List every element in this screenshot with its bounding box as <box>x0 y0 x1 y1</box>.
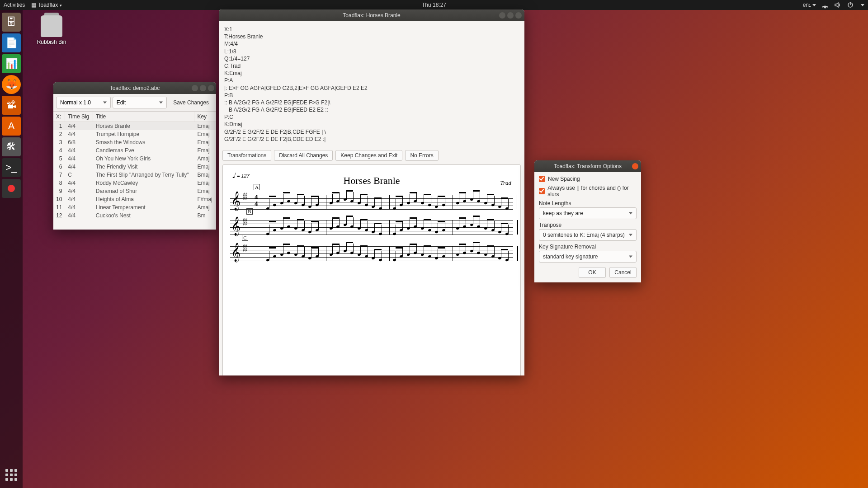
tune-editor-window: Toadflax: Horses Branle X:1 T:Horses Bra… <box>219 9 524 375</box>
trash-label: Rubbish Bin <box>33 39 70 45</box>
table-row[interactable]: 14/4Horses BranleEmaj <box>53 122 216 131</box>
mode-combo[interactable]: Edit <box>113 97 167 108</box>
calc-launcher[interactable]: 📊 <box>2 54 21 73</box>
discard-button[interactable]: Discard All Changes <box>274 150 333 161</box>
transpose-combo[interactable]: 0 semitones to K: Emaj (4 sharps) <box>539 229 637 241</box>
app-menu[interactable]: ▦ Toadflax <box>31 2 61 8</box>
brackets-checkbox[interactable] <box>539 188 545 194</box>
tempo-marking: ♩= 127 <box>232 171 250 180</box>
tune-list-window: Toadflax: demo2.abc Normal x 1.0 Edit Sa… <box>53 82 216 230</box>
table-row[interactable]: 94/4Daramad of ShurEmaj <box>53 187 216 195</box>
col-title[interactable]: Title <box>93 112 194 122</box>
software-launcher[interactable]: A <box>2 117 21 136</box>
close-button[interactable] <box>632 163 638 169</box>
table-row[interactable]: 44/4Candlemas EveEmaj <box>53 146 216 155</box>
col-x[interactable]: X: <box>53 112 65 122</box>
keep-exit-button[interactable]: Keep Changes and Exit <box>335 150 402 161</box>
tune-list-title: Toadflax: demo2.abc <box>110 85 160 91</box>
clock[interactable]: Thu 18:27 <box>422 2 446 8</box>
table-row[interactable]: 84/4Roddy McCawleyEmaj <box>53 179 216 187</box>
score-title: Horses Branle <box>230 175 513 187</box>
power-icon[interactable] <box>847 1 854 9</box>
launcher-dock: 🗄 📄 📊 🦊 📽 A 🛠 >_ <box>0 10 23 488</box>
volume-icon[interactable] <box>834 1 841 9</box>
network-icon[interactable] <box>821 1 829 9</box>
transpose-label: Tranpose <box>539 222 637 228</box>
transform-options-dialog: Toadflax: Transform Options New Spacing … <box>534 160 641 282</box>
editor-titlebar[interactable]: Toadflax: Horses Branle <box>219 9 524 21</box>
cancel-button[interactable]: Cancel <box>609 267 637 278</box>
maximize-button[interactable] <box>507 12 514 19</box>
new-spacing-label: New Spacing <box>548 176 580 182</box>
table-row[interactable]: 24/4Trumpet HornpipeEmaj <box>53 130 216 138</box>
staff-line-a: 𝄞♯♯♯♯44 <box>230 195 513 209</box>
close-button[interactable] <box>208 85 214 91</box>
table-row[interactable]: 114/4Linear TemperamentAmaj <box>53 203 216 211</box>
app-menu-icon: ▦ <box>31 2 36 8</box>
tune-table: X: Time Sig Title Key 14/4Horses BranleE… <box>53 112 216 220</box>
table-row[interactable]: 104/4Heights of AlmaF#maj <box>53 195 216 203</box>
new-spacing-checkbox[interactable] <box>539 176 545 182</box>
terminal-launcher[interactable]: >_ <box>2 158 21 177</box>
editor-toolbar: Transformations Discard All Changes Keep… <box>219 147 524 164</box>
keysig-removal-combo[interactable]: standard key signature <box>539 251 637 263</box>
tune-list-titlebar[interactable]: Toadflax: demo2.abc <box>53 82 216 94</box>
editor-title: Toadflax: Horses Branle <box>343 12 400 19</box>
transform-titlebar[interactable]: Toadflax: Transform Options <box>534 160 641 172</box>
transform-title: Toadflax: Transform Options <box>554 163 622 169</box>
table-row[interactable]: 124/4Cuckoo's NestBm <box>53 211 216 220</box>
table-row[interactable]: 54/4Oh You New York GirlsAmaj <box>53 155 216 163</box>
table-row[interactable]: 64/4The Friendly VisitEmaj <box>53 163 216 171</box>
table-row[interactable]: 36/8Smash the WindowsEmaj <box>53 138 216 146</box>
ok-button[interactable]: OK <box>579 267 606 278</box>
input-source-indicator[interactable]: en₁ <box>803 2 816 8</box>
table-row[interactable]: 7CThe First Slip "Arranged by Terry Tull… <box>53 171 216 179</box>
col-timesig[interactable]: Time Sig <box>65 112 93 122</box>
impress-launcher[interactable]: 📽 <box>2 96 21 115</box>
minimize-button[interactable] <box>499 12 505 19</box>
firefox-launcher[interactable]: 🦊 <box>2 75 21 94</box>
files-launcher[interactable]: 🗄 <box>2 13 21 32</box>
abc-source-text[interactable]: X:1 T:Horses Branle M:4/4 L:1/8 Q:1/4=12… <box>219 21 524 147</box>
record-launcher[interactable] <box>2 179 21 198</box>
col-key[interactable]: Key <box>194 112 216 122</box>
activities-button[interactable]: Activities <box>4 2 25 8</box>
tune-list-toolbar: Normal x 1.0 Edit Save Changes <box>53 94 216 112</box>
errors-button[interactable]: No Errors <box>405 150 438 161</box>
app-menu-label: Toadflax <box>38 2 58 8</box>
maximize-button[interactable] <box>200 85 206 91</box>
note-lengths-label: Note Lengths <box>539 200 637 206</box>
transformations-button[interactable]: Transformations <box>222 150 271 161</box>
score-preview: ♩= 127 Horses Branle Trad A B C 𝄞♯♯♯♯44 … <box>222 164 521 375</box>
rehearsal-mark-c: C <box>242 235 248 241</box>
keysig-removal-label: Key Signature Removal <box>539 244 637 250</box>
minimize-button[interactable] <box>192 85 198 91</box>
trash-desktop-icon[interactable]: Rubbish Bin <box>33 15 70 45</box>
save-changes-button[interactable]: Save Changes <box>169 97 213 108</box>
system-menu-chevron[interactable] <box>861 4 864 6</box>
brackets-label: Always use [] for chords and () for slur… <box>547 185 637 197</box>
settings-launcher[interactable]: 🛠 <box>2 137 21 156</box>
rehearsal-mark-a: A <box>254 184 260 190</box>
trash-icon <box>41 15 62 37</box>
staff-line-b: 𝄞♯♯♯♯ <box>230 220 513 235</box>
close-button[interactable] <box>515 12 522 19</box>
score-composer: Trad <box>500 179 511 187</box>
note-lengths-combo[interactable]: keep as they are <box>539 207 637 219</box>
gnome-top-bar: Activities ▦ Toadflax Thu 18:27 en₁ <box>0 0 868 10</box>
zoom-combo[interactable]: Normal x 1.0 <box>56 97 111 108</box>
staff-line-c: 𝄞♯♯♯♯ <box>230 246 513 261</box>
show-applications[interactable] <box>2 465 21 484</box>
writer-launcher[interactable]: 📄 <box>2 33 21 52</box>
